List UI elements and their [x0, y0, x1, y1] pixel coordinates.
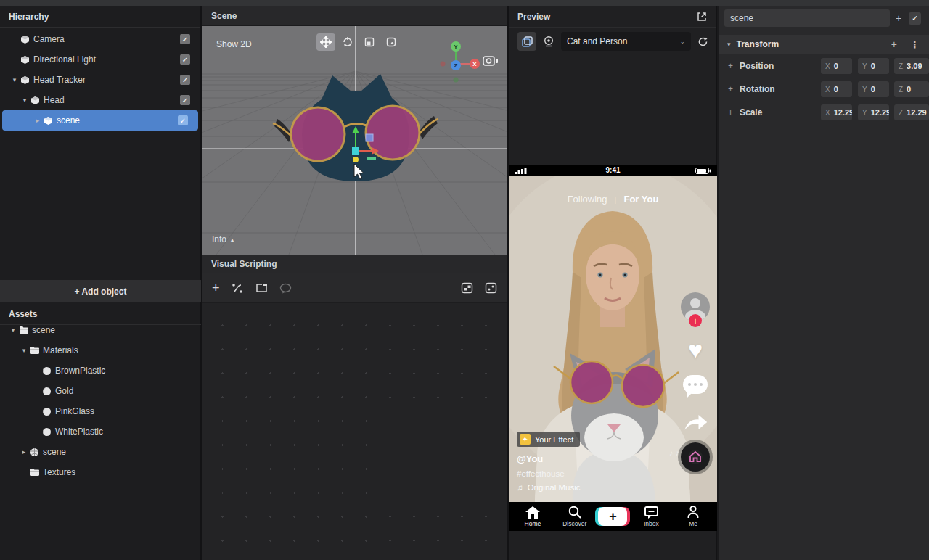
rotate-tool-button[interactable]	[338, 33, 357, 51]
like-heart-icon[interactable]: ♥	[688, 337, 703, 362]
wire-tool-button[interactable]	[232, 283, 244, 294]
chevron-right-icon[interactable]: ▸	[18, 448, 30, 456]
transform-menu-button[interactable]: ⋮	[910, 39, 920, 50]
triangle-up-icon: ▴	[231, 236, 234, 243]
tab-for-you[interactable]: For You	[623, 194, 658, 205]
asset-folder-materials[interactable]: ▾ Materials	[0, 340, 201, 361]
enabled-checkbox[interactable]: ✓	[909, 12, 921, 25]
creator-avatar[interactable]: +	[681, 292, 710, 321]
fit-view-button[interactable]	[485, 282, 497, 294]
chevron-down-icon[interactable]: ▾	[9, 76, 20, 83]
material-sphere-icon	[42, 407, 55, 416]
hashtag-text[interactable]: #effecthouse	[517, 469, 580, 478]
effect-badge[interactable]: ✦ Your Effect	[517, 432, 580, 447]
preview-source-label: Cat and Person	[567, 36, 627, 46]
asset-material-pinkglass[interactable]: PinkGlass	[0, 401, 201, 421]
expand-icon[interactable]: +	[728, 61, 740, 71]
position-y-field[interactable]: Y0	[858, 58, 889, 74]
add-node-button[interactable]: +	[212, 281, 220, 296]
hierarchy-item-directional-light[interactable]: Directional Light ✓	[0, 49, 200, 70]
preview-media-button[interactable]	[517, 32, 536, 51]
rotation-z-field[interactable]: Z0	[894, 81, 929, 97]
align-nodes-button[interactable]	[461, 282, 473, 294]
position-z-field[interactable]: Z3.09	[894, 58, 929, 74]
add-component-button[interactable]: +	[890, 12, 907, 24]
hierarchy-item-scene-selected[interactable]: ▸ scene ✓	[2, 110, 198, 131]
hierarchy-item-head-tracker[interactable]: ▾ Head Tracker ✓	[0, 70, 200, 90]
music-row[interactable]: ♫ Original Music	[517, 483, 580, 492]
transform-section-header[interactable]: ▾ Transform + ⋮	[719, 35, 929, 54]
nav-home[interactable]: Home	[515, 506, 551, 527]
scale-x-field[interactable]: X12.29	[821, 104, 852, 120]
position-row: + Position X0 Y0 Z3.09	[719, 54, 929, 78]
asset-material-gold[interactable]: Gold	[0, 381, 201, 401]
comment-bubble-icon[interactable]	[683, 375, 708, 394]
asset-material-whiteplastic[interactable]: WhitePlastic	[0, 421, 201, 442]
object-name-input[interactable]: scene	[724, 9, 890, 27]
scale-label: Scale	[740, 107, 762, 118]
popout-icon[interactable]	[697, 12, 707, 22]
phone-preview: 9:41	[509, 165, 717, 531]
sound-disc-button[interactable]	[681, 442, 710, 472]
rect-tool-button[interactable]	[382, 33, 401, 51]
asset-material-brownplastic[interactable]: BrownPlastic	[0, 361, 201, 381]
asset-label: PinkGlass	[55, 406, 94, 416]
window-top-strip	[0, 0, 929, 6]
tab-following[interactable]: Following	[568, 194, 607, 205]
scale-y-field[interactable]: Y12.29	[858, 104, 889, 120]
hierarchy-item-camera[interactable]: Camera ✓	[0, 29, 200, 49]
scale-tool-button[interactable]	[360, 33, 379, 51]
material-sphere-icon	[42, 366, 55, 376]
visual-scripting-title: Visual Scripting	[202, 255, 507, 273]
show-2d-button[interactable]: Show 2D	[212, 36, 256, 52]
visibility-checkbox[interactable]: ✓	[180, 54, 190, 65]
chevron-down-icon[interactable]: ▾	[18, 347, 30, 354]
asset-object-scene[interactable]: ▸ scene	[0, 442, 201, 462]
viewport-camera-button[interactable]	[483, 55, 499, 67]
rotate-icon	[342, 36, 353, 48]
refresh-button[interactable]	[697, 36, 708, 47]
cube-icon	[20, 75, 33, 85]
asset-label: Gold	[55, 386, 73, 396]
nav-inbox[interactable]: Inbox	[633, 506, 669, 527]
visual-scripting-canvas[interactable]	[202, 303, 507, 560]
hierarchy-item-head[interactable]: ▾ Head ✓	[0, 90, 200, 110]
scene-viewport[interactable]: Show 2D Y	[202, 26, 507, 255]
visibility-checkbox[interactable]: ✓	[180, 75, 190, 85]
asset-folder-textures[interactable]: Textures	[0, 462, 201, 482]
expand-icon[interactable]: +	[728, 84, 740, 94]
rotation-label: Rotation	[740, 84, 775, 94]
frame-tool-button[interactable]	[255, 283, 268, 293]
asset-folder-scene[interactable]: ▾ scene	[0, 320, 201, 340]
effect-star-icon: ✦	[520, 434, 531, 445]
material-sphere-icon	[42, 427, 55, 437]
chevron-right-icon[interactable]: ▸	[32, 117, 44, 124]
webcam-icon[interactable]	[543, 36, 554, 47]
add-object-button[interactable]: + Add object	[0, 280, 201, 302]
nav-discover[interactable]: Discover	[557, 506, 593, 527]
axis-orientation-gizmo[interactable]: Y X Z	[433, 39, 485, 84]
chevron-down-icon[interactable]: ▾	[19, 96, 30, 104]
comment-tool-button[interactable]	[279, 283, 292, 294]
position-x-field[interactable]: X0	[821, 58, 852, 74]
nav-create-button[interactable]: +	[598, 507, 627, 526]
chevron-down-icon[interactable]: ▾	[7, 326, 19, 334]
rotation-x-field[interactable]: X0	[821, 81, 852, 97]
follow-plus-icon[interactable]: +	[689, 314, 702, 327]
preview-source-dropdown[interactable]: Cat and Person ⌄	[561, 32, 691, 51]
share-arrow-icon[interactable]	[682, 413, 708, 432]
username-text[interactable]: @You	[517, 453, 580, 464]
chevron-down-icon: ⌄	[679, 38, 685, 45]
move-tool-button[interactable]	[316, 33, 335, 51]
transform-add-button[interactable]: +	[891, 38, 897, 50]
scale-z-field[interactable]: Z12.29	[894, 104, 929, 120]
rotation-y-field[interactable]: Y0	[858, 81, 889, 97]
cube-icon	[44, 116, 57, 125]
phone-video-area[interactable]: Following | For You + ♥ ✦ Yo	[509, 176, 717, 502]
expand-icon[interactable]: +	[728, 107, 740, 118]
info-toggle[interactable]: Info ▴	[212, 234, 234, 244]
visibility-checkbox[interactable]: ✓	[178, 115, 188, 125]
visibility-checkbox[interactable]: ✓	[180, 34, 190, 44]
nav-me[interactable]: Me	[675, 506, 711, 527]
visibility-checkbox[interactable]: ✓	[180, 95, 190, 105]
